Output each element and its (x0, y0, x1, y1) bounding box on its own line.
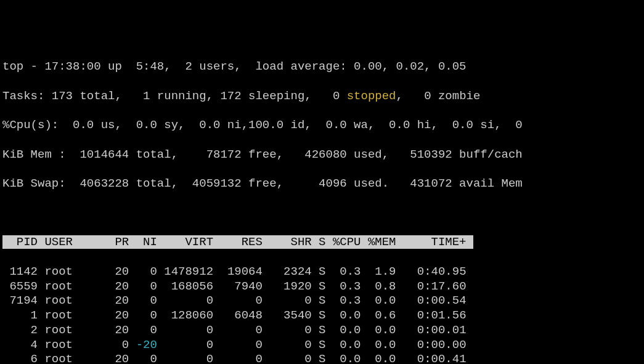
process-row[interactable]: 2 root 20 0 0 0 0 S 0.0 0.0 0:00.01 (2, 323, 642, 338)
tasks-suffix: , 0 zombie (396, 89, 481, 103)
process-row[interactable]: 7194 root 20 0 0 0 0 S 0.3 0.0 0:00.54 (2, 294, 642, 309)
process-cells-post: 0 0 0 S 0.3 0.0 0:00.54 (157, 294, 467, 307)
top-summary-line1: top - 17:38:00 up 5:48, 2 users, load av… (2, 60, 642, 75)
process-nice-value: 0 (136, 352, 157, 364)
process-cells-pre: 2 root 20 (2, 323, 136, 337)
process-cells-post: 128060 6048 3540 S 0.0 0.6 0:01.56 (157, 309, 467, 322)
blank-line (2, 206, 642, 221)
process-cells-pre: 7194 root 20 (2, 294, 136, 307)
process-cells-post: 168056 7940 1920 S 0.3 0.8 0:17.60 (157, 280, 467, 293)
top-summary-line4: KiB Mem : 1014644 total, 78172 free, 426… (2, 148, 642, 163)
process-table[interactable]: 1142 root 20 0 1478912 19064 2324 S 0.3 … (2, 265, 642, 364)
process-row[interactable]: 6559 root 20 0 168056 7940 1920 S 0.3 0.… (2, 280, 642, 294)
process-cells-post: 0 0 0 S 0.0 0.0 0:00.00 (157, 338, 467, 352)
process-nice-value: -20 (136, 338, 157, 352)
process-cells-post: 0 0 0 S 0.0 0.0 0:00.01 (157, 323, 467, 337)
process-nice-value: 0 (136, 309, 157, 322)
tasks-stopped: stopped (347, 89, 396, 103)
process-row[interactable]: 6 root 20 0 0 0 0 S 0.0 0.0 0:00.41 (2, 352, 642, 364)
process-cells-pre: 6559 root 20 (2, 280, 136, 293)
process-row[interactable]: 1 root 20 0 128060 6048 3540 S 0.0 0.6 0… (2, 309, 642, 323)
top-summary-line2: Tasks: 173 total, 1 running, 172 sleepin… (2, 89, 642, 104)
process-row[interactable]: 4 root 0 -20 0 0 0 S 0.0 0.0 0:00.00 (2, 338, 642, 353)
process-nice-value: 0 (136, 265, 157, 278)
process-row[interactable]: 1142 root 20 0 1478912 19064 2324 S 0.3 … (2, 265, 642, 280)
process-cells-pre: 1142 root 20 (2, 265, 136, 278)
process-cells-pre: 6 root 20 (2, 352, 136, 364)
process-cells-pre: 4 root 0 (2, 338, 136, 352)
process-cells-post: 1478912 19064 2324 S 0.3 1.9 0:40.95 (157, 265, 467, 278)
process-nice-value: 0 (136, 323, 157, 337)
process-cells-pre: 1 root 20 (2, 309, 136, 322)
process-nice-value: 0 (136, 294, 157, 307)
tasks-prefix: Tasks: 173 total, 1 running, 172 sleepin… (2, 89, 347, 103)
top-summary-line5: KiB Swap: 4063228 total, 4059132 free, 4… (2, 177, 642, 192)
top-summary-line3: %Cpu(s): 0.0 us, 0.0 sy, 0.0 ni,100.0 id… (2, 118, 642, 133)
process-table-header[interactable]: PID USER PR NI VIRT RES SHR S %CPU %MEM … (2, 235, 473, 249)
process-cells-post: 0 0 0 S 0.0 0.0 0:00.41 (157, 352, 467, 364)
process-nice-value: 0 (136, 280, 157, 293)
